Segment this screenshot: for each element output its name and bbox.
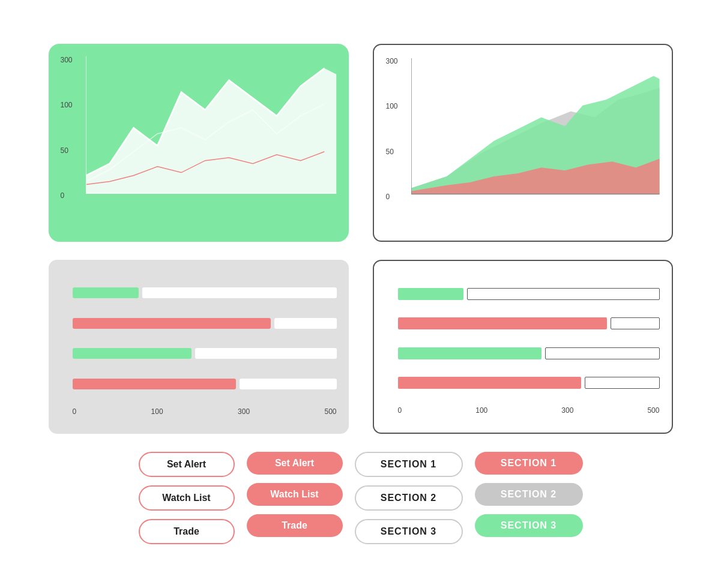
charts-row-2: 0 100 300 500 <box>31 260 691 434</box>
trade-outline-button[interactable]: Trade <box>139 519 235 544</box>
y-label-0: 0 <box>61 191 82 200</box>
set-alert-filled-button[interactable]: Set Alert <box>247 452 343 475</box>
set-alert-outline-button[interactable]: Set Alert <box>139 452 235 477</box>
x-label-500-bar2: 500 <box>647 406 659 415</box>
button-group-section-filled: SECTION 1 SECTION 2 SECTION 3 <box>475 452 583 537</box>
bar-chart-white: 0 100 300 500 <box>373 260 673 434</box>
line-chart-svg <box>86 56 336 212</box>
y-label-100: 100 <box>61 101 82 109</box>
chart-white-area: 300 100 50 0 <box>373 44 673 242</box>
main-container: 300 100 50 0 <box>31 44 691 544</box>
y-label-50-2: 50 <box>386 148 406 156</box>
section1-outline-button[interactable]: SECTION 1 <box>355 452 463 477</box>
x-label-0-bar2: 0 <box>398 406 402 415</box>
section3-filled-button[interactable]: SECTION 3 <box>475 514 583 537</box>
charts-row-1: 300 100 50 0 <box>31 44 691 242</box>
y-label-300-2: 300 <box>386 57 406 65</box>
section2-filled-button[interactable]: SECTION 2 <box>475 483 583 506</box>
svg-marker-0 <box>86 68 336 194</box>
y-label-50: 50 <box>61 146 82 155</box>
y-label-0-2: 0 <box>386 193 406 201</box>
button-group-section-outline: SECTION 1 SECTION 2 SECTION 3 <box>355 452 463 544</box>
x-label-300-bar1: 300 <box>238 407 250 416</box>
chart-green: 300 100 50 0 <box>49 44 349 242</box>
button-group-filled-red: Set Alert Watch List Trade <box>247 452 343 537</box>
button-group-outline: Set Alert Watch List Trade <box>139 452 235 544</box>
y-label-100-2: 100 <box>386 102 406 110</box>
bar-chart-gray: 0 100 300 500 <box>49 260 349 434</box>
x-label-100-bar2: 100 <box>475 406 487 415</box>
trade-filled-button[interactable]: Trade <box>247 514 343 537</box>
watch-list-filled-button[interactable]: Watch List <box>247 483 343 506</box>
y-label-300: 300 <box>61 56 82 64</box>
x-label-0-bar1: 0 <box>73 407 77 416</box>
watch-list-outline-button[interactable]: Watch List <box>139 485 235 511</box>
x-label-500-bar1: 500 <box>324 407 336 416</box>
x-label-300-bar2: 300 <box>561 406 573 415</box>
section3-outline-button[interactable]: SECTION 3 <box>355 519 463 544</box>
x-label-100-bar1: 100 <box>151 407 163 416</box>
section1-filled-button[interactable]: SECTION 1 <box>475 452 583 475</box>
area-chart-svg <box>411 57 660 213</box>
buttons-row: Set Alert Watch List Trade Set Alert Wat… <box>31 452 691 544</box>
section2-outline-button[interactable]: SECTION 2 <box>355 485 463 511</box>
